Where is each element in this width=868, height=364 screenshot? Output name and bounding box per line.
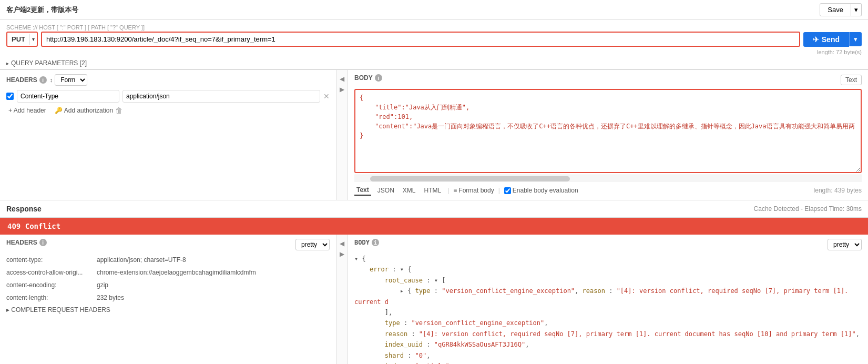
resp-header-key: content-encoding: [6,279,90,291]
delete-all-headers-icon[interactable]: 🗑 [115,106,122,115]
response-panels: HEADERS i pretty content-type: applicati… [0,235,868,364]
resp-headers-panel: HEADERS i pretty content-type: applicati… [0,235,336,364]
resp-header-val: gzip [97,279,108,291]
query-params-arrow: ▸ [6,60,9,66]
resp-nav-right-arrow[interactable]: ▶ [339,249,345,259]
query-params-toggle[interactable]: ▸ QUERY PARAMETERS [2] [6,57,862,69]
body-footer: Text JSON XML HTML | ≡ Format body | Ena… [354,185,862,196]
send-icon: ✈ [813,35,819,44]
save-button[interactable]: Save [820,3,851,16]
nav-left-arrow[interactable]: ◀ [339,74,345,84]
format-body-button[interactable]: ≡ Format body [453,187,494,194]
headers-title-text: HEADERS [6,76,37,84]
body-length: length: 439 bytes [814,187,862,194]
body-horizontal-scrollbar[interactable] [354,175,862,182]
headers-sort-icon: ↕ [50,77,53,83]
header-actions: + Add header 🔑 Add authorization 🗑 [6,106,330,115]
complete-request-headers-toggle[interactable]: ▸ COMPLETE REQUEST HEADERS [6,304,330,316]
body-header: BODY i Text [354,74,862,86]
resp-body-content: ▾ { error : ▾ { root_cause : ▾ [ ▸ { typ… [354,254,862,364]
tab-html[interactable]: HTML [422,186,444,195]
resp-header-val: 232 bytes [97,291,124,304]
response-title: Response [6,205,42,213]
form-selector[interactable]: Form [55,74,87,86]
headers-panel-title: HEADERS i ↕ Form [6,74,330,86]
header-key-input[interactable] [17,90,119,103]
scheme-hint: SCHEME :// HOST [ ":" PORT ] [ PATH [ "?… [6,24,862,31]
resp-body-line: shard : "0", [354,350,862,361]
enable-eval-checkbox[interactable] [504,187,511,194]
resp-header-val: chrome-extension://aejoelaoggembcahagimd… [97,266,256,279]
tab-xml[interactable]: XML [401,186,418,195]
resp-body-line: root_cause : ▾ [ [354,275,862,286]
request-length-hint: length: 72 byte(s) [6,49,862,55]
resp-body-pretty-selector[interactable]: pretty [828,239,862,250]
resp-body-line: index_uuid : "qGR84kkWSSaOusAFT3J16Q", [354,339,862,350]
complete-req-label: ▸ COMPLETE REQUEST HEADERS [6,306,110,314]
resp-headers-list: content-type: application/json; charset=… [6,254,330,304]
resp-header-key: content-type: [6,254,90,266]
resp-header-content-type: content-type: application/json; charset=… [6,254,330,266]
page-title: 客户端2更新，带版本号 [6,5,78,15]
resp-nav-arrows: ◀ ▶ [336,235,348,364]
resp-body-line: ▾ { [354,254,862,264]
method-label: PUT [7,33,29,46]
key-icon: 🔑 [55,107,63,114]
resp-body-line: ], [354,307,862,318]
nav-right-arrow[interactable]: ▶ [339,85,345,94]
body-tabs: Text JSON XML HTML | ≡ Format body | Ena… [354,185,578,196]
save-btn-group: Save ▾ [820,3,862,16]
body-panel-title: BODY i [354,74,382,82]
resp-body-info-icon: i [372,239,379,246]
send-btn-group: ✈ Send ▾ [803,32,862,47]
send-dropdown-arrow[interactable]: ▾ [849,32,862,46]
add-header-button[interactable]: + Add header [6,106,48,115]
response-header-bar: Response Cache Detected - Elapsed Time: … [0,200,868,218]
tab-json[interactable]: JSON [375,186,396,195]
format-body-label: Format body [458,187,494,194]
nav-arrows: ◀ ▶ [336,70,348,200]
status-banner: 409 Conflict [0,218,868,235]
header-checkbox[interactable] [6,93,14,100]
resp-body-line: type : "version_conflict_engine_exceptio… [354,318,862,328]
resp-headers-pretty-selector[interactable]: pretty [295,239,330,250]
format-icon: ≡ [453,187,457,194]
resp-header-encoding: content-encoding: gzip [6,279,330,291]
headers-info-icon: i [39,76,47,84]
method-selector[interactable]: PUT ▾ [6,32,38,47]
resp-body-line: index : "article" [354,361,862,364]
body-info-icon: i [375,74,382,82]
header-value-input[interactable] [122,90,320,103]
headers-body-section: HEADERS i ↕ Form ✕ + Add header 🔑 Add au… [0,70,868,200]
header-delete-icon[interactable]: ✕ [323,92,330,100]
resp-nav-left-arrow[interactable]: ◀ [339,239,345,248]
text-mode-button[interactable]: Text [841,75,862,85]
resp-body-title: BODY i [354,239,379,246]
url-row: PUT ▾ ✈ Send ▾ [6,32,862,47]
send-label: Send [822,35,840,44]
method-dropdown-arrow[interactable]: ▾ [29,34,37,45]
send-button[interactable]: ✈ Send [803,32,849,47]
enable-eval-label-text: Enable body evaluation [513,187,578,194]
resp-body-line: reason : "[4]: version conflict, require… [354,329,862,339]
add-authorization-button[interactable]: 🔑 Add authorization [53,106,115,115]
resp-header-key: content-length: [6,291,90,304]
resp-body-panel: BODY i pretty ▾ { error : ▾ { root_cause… [348,235,868,364]
elapsed-time: Cache Detected - Elapsed Time: 30ms [754,205,862,213]
body-textarea[interactable]: { "title":"Java从入门到精通", "red":101, "cont… [354,89,862,173]
tab-text[interactable]: Text [354,185,371,196]
resp-header-length: content-length: 232 bytes [6,291,330,304]
save-dropdown-arrow[interactable]: ▾ [851,3,862,16]
url-input[interactable] [41,32,800,47]
header-row: ✕ [6,90,330,103]
resp-headers-title-text: HEADERS [6,239,37,246]
body-panel: BODY i Text { "title":"Java从入门到精通", "red… [348,70,868,200]
scrollbar-thumb[interactable] [370,176,570,181]
body-title-text: BODY [354,74,373,82]
top-bar: 客户端2更新，带版本号 Save ▾ [0,0,868,20]
resp-header-val: application/json; charset=UTF-8 [97,254,186,266]
resp-header-acao: access-control-allow-origi... chrome-ext… [6,266,330,279]
request-section: SCHEME :// HOST [ ":" PORT ] [ PATH [ "?… [0,20,868,70]
resp-body-line: error : ▾ { [354,264,862,275]
enable-eval-toggle[interactable]: Enable body evaluation [504,187,578,194]
